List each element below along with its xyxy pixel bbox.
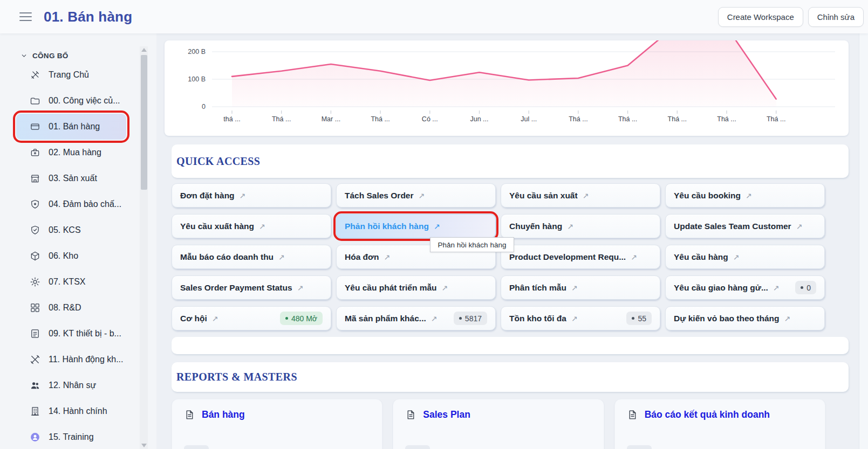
sidebar-item-label: 11. Hành động kh...	[49, 355, 123, 364]
shortcut-label: Product Development Requ...	[509, 252, 626, 262]
sidebar-item-6[interactable]: 05. KCS	[16, 217, 126, 243]
shortcut-4[interactable]: Yêu cầu xuất hàng↗	[172, 214, 331, 238]
shortcut-5[interactable]: Phản hồi khách hàng↗	[336, 214, 496, 238]
sidebar-item-11[interactable]: 11. Hành động kh...	[16, 347, 126, 372]
shortcut-10[interactable]: Product Development Requ...↗	[501, 245, 660, 269]
shortcut-label: Update Sales Team Customer	[674, 222, 791, 231]
tools-icon	[30, 70, 40, 80]
shield-star-icon	[30, 199, 40, 210]
sidebar-item-label: 09. KT thiết bị - b...	[49, 329, 121, 339]
external-link-arrow-icon: ↗	[212, 314, 218, 323]
svg-text:100 B: 100 B	[188, 75, 206, 83]
create-workspace-button[interactable]: Create Workspace	[718, 7, 803, 27]
archive-icon	[30, 147, 40, 158]
external-link-arrow-icon: ↗	[733, 253, 740, 261]
sidebar-item-1[interactable]: 00. Công việc củ...	[16, 88, 126, 114]
shortcut-17[interactable]: Mã sản phẩm khác...↗5817	[336, 306, 496, 330]
shortcut-3[interactable]: Yêu cầu booking↗	[665, 183, 825, 208]
tooltip: Phản hồi khách hàng	[430, 237, 514, 252]
sidebar-item-label: 05. KCS	[49, 225, 81, 235]
external-link-arrow-icon: ↗	[434, 222, 440, 231]
sidebar-scrollbar	[140, 46, 148, 449]
svg-text:Thá ...: Thá ...	[618, 115, 637, 123]
svg-text:Thá ...: Thá ...	[767, 115, 785, 123]
report-card-title[interactable]: Sales Plan	[423, 409, 470, 420]
scrollbar-down-arrow-icon[interactable]	[141, 444, 147, 447]
quick-access-header-bar: QUICK ACCESS	[172, 144, 849, 178]
sidebar-item-8[interactable]: 07. KTSX	[16, 269, 126, 295]
file-icon	[627, 409, 638, 420]
shortcut-19[interactable]: Dự kiến vỏ bao theo tháng↗	[665, 306, 825, 330]
sidebar-item-3[interactable]: 02. Mua hàng	[16, 140, 126, 165]
shortcut-label: Sales Order Payment Status	[180, 283, 292, 293]
report-card-2: Báo cáo kết quả kinh doanh	[614, 399, 825, 449]
building-icon	[30, 406, 40, 417]
scrollbar-thumb[interactable]	[141, 55, 147, 190]
sidebar-item-9[interactable]: 08. R&D	[16, 295, 126, 321]
shortcut-14[interactable]: Phân tích mẫu↗	[501, 275, 660, 300]
quick-access-footer-bar	[172, 337, 849, 354]
shortcut-7[interactable]: Update Sales Team Customer↗	[665, 214, 825, 238]
badge-text: 0	[807, 284, 811, 292]
shortcut-11[interactable]: Yêu cầu hàng↗	[665, 245, 825, 269]
svg-text:Thá ...: Thá ...	[371, 115, 389, 123]
shortcut-label: Dự kiến vỏ bao theo tháng	[674, 314, 780, 323]
report-card-title[interactable]: Báo cáo kết quả kinh doanh	[645, 409, 770, 420]
sidebar-item-4[interactable]: 03. Sản xuất	[16, 165, 126, 191]
external-link-arrow-icon: ↗	[571, 284, 578, 292]
sidebar-item-13[interactable]: 14. Hành chính	[16, 398, 126, 424]
external-link-arrow-icon: ↗	[571, 314, 578, 323]
badge-text: 5817	[465, 314, 482, 323]
badge-text: 55	[638, 314, 646, 323]
hamburger-menu-icon[interactable]	[19, 12, 32, 21]
shortcut-8[interactable]: Mẫu báo cáo doanh thu↗	[172, 245, 331, 269]
page-scrollbar[interactable]	[859, 33, 868, 449]
shortcut-13[interactable]: Yêu cầu phát triển mẫu↗	[336, 275, 496, 300]
sidebar-section-cong-bo[interactable]: CÔNG BỐ	[20, 52, 69, 60]
external-link-arrow-icon: ↗	[784, 314, 791, 323]
shortcut-label: Yêu cầu sản xuất	[509, 191, 578, 201]
shortcut-0[interactable]: Đơn đặt hàng↗	[172, 183, 331, 208]
shortcut-16[interactable]: Cơ hội↗480 Mở	[172, 306, 331, 330]
shortcut-18[interactable]: Tồn kho tối đa↗55	[501, 306, 660, 330]
sidebar-item-label: 04. Đảm bảo chấ...	[49, 199, 121, 209]
edit-button[interactable]: Chỉnh sửa	[808, 7, 864, 27]
shortcut-label: Hóa đơn	[345, 252, 379, 262]
workspace-page: 01. Bán hàng Create Workspace Chỉnh sửa …	[0, 0, 868, 449]
quick-access-section: QUICK ACCESS Đơn đặt hàng↗Tách Sales Ord…	[172, 144, 849, 449]
report-card-title[interactable]: Bán hàng	[202, 409, 245, 420]
svg-text:Jun ...: Jun ...	[470, 115, 488, 123]
shortcut-1[interactable]: Tách Sales Order↗	[336, 183, 496, 208]
sidebar-item-label: 14. Hành chính	[49, 406, 107, 416]
count-badge: 55	[626, 312, 652, 325]
report-card-title-row: Sales Plan	[405, 409, 591, 420]
shortcut-15[interactable]: Yêu cầu giao hàng gử...↗0	[665, 275, 825, 300]
sidebar-item-7[interactable]: 06. Kho	[16, 243, 126, 269]
badge-dot-icon	[459, 317, 462, 320]
shortcut-12[interactable]: Sales Order Payment Status↗	[172, 275, 331, 300]
external-link-arrow-icon: ↗	[240, 191, 246, 200]
shortcut-6[interactable]: Chuyến hàng↗	[501, 214, 660, 238]
sidebar-item-5[interactable]: 04. Đảm bảo chấ...	[16, 191, 126, 217]
svg-text:0: 0	[202, 103, 206, 110]
header-actions: Create Workspace Chỉnh sửa	[718, 7, 864, 27]
sidebar-item-14[interactable]: 15. Training	[16, 424, 126, 449]
shortcut-label: Yêu cầu booking	[674, 191, 741, 201]
sidebar-item-10[interactable]: 09. KT thiết bị - b...	[16, 321, 126, 347]
badge-dot-icon	[632, 317, 634, 320]
svg-text:Jul ...: Jul ...	[521, 115, 537, 123]
sidebar-item-12[interactable]: 12. Nhân sự	[16, 372, 126, 398]
shortcut-2[interactable]: Yêu cầu sản xuất↗	[501, 183, 660, 208]
external-link-arrow-icon: ↗	[631, 253, 637, 261]
grid-icon	[30, 302, 40, 313]
users-icon	[30, 380, 40, 391]
report-card-link-placeholder	[184, 445, 209, 449]
sidebar-item-label: 06. Kho	[49, 251, 78, 261]
dashboard-chart-card: 200 B100 B0thá ...Thá ...Mar ...Thá ...C…	[165, 40, 849, 136]
reports-masters-heading: REPORTS & MASTERS	[176, 371, 297, 383]
count-badge: 0	[795, 281, 816, 294]
scrollbar-up-arrow-icon[interactable]	[141, 48, 147, 52]
sidebar-item-2[interactable]: 01. Bán hàng	[16, 114, 126, 140]
external-link-arrow-icon: ↗	[773, 284, 780, 292]
sidebar-item-0[interactable]: Trang Chủ	[16, 62, 126, 88]
